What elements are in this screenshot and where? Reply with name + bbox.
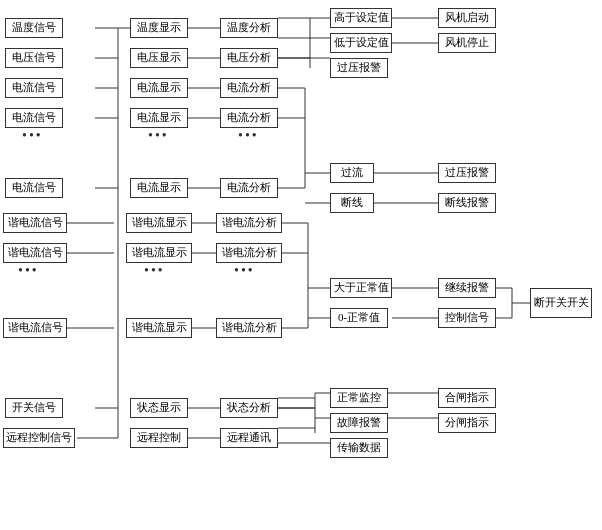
overvoltage-alarm: 过压报警 [330, 58, 388, 78]
dots-col2-current: ••• [148, 128, 169, 144]
current-analysis-2: 电流分析 [220, 108, 278, 128]
remote-control-signal: 远程控制信号 [3, 428, 75, 448]
current-analysis-3: 电流分析 [220, 178, 278, 198]
data-transfer: 传输数据 [330, 438, 388, 458]
current-display-3: 电流显示 [130, 178, 188, 198]
harmonic-analysis-3: 谐电流分析 [216, 318, 282, 338]
harmonic-signal-2: 谐电流信号 [3, 243, 67, 263]
harmonic-display-2: 谐电流显示 [126, 243, 192, 263]
above-setpoint: 高于设定值 [330, 8, 392, 28]
dots-col3-harmonic: ••• [234, 263, 255, 279]
status-analysis: 状态分析 [220, 398, 278, 418]
harmonic-display-3: 谐电流显示 [126, 318, 192, 338]
voltage-signal: 电压信号 [5, 48, 63, 68]
voltage-display: 电压显示 [130, 48, 188, 68]
current-display-1: 电流显示 [130, 78, 188, 98]
harmonic-signal-1: 谐电流信号 [3, 213, 67, 233]
current-analysis-1: 电流分析 [220, 78, 278, 98]
harmonic-display-1: 谐电流显示 [126, 213, 192, 233]
remote-comm: 远程通讯 [220, 428, 278, 448]
temp-signal: 温度信号 [5, 18, 63, 38]
control-signal: 控制信号 [438, 308, 496, 328]
switch-signal: 开关信号 [5, 398, 63, 418]
zero-normal: 0-正常值 [330, 308, 388, 328]
fan-stop: 风机停止 [438, 33, 496, 53]
fan-start: 风机启动 [438, 8, 496, 28]
broken-alarm: 断线报警 [438, 193, 496, 213]
breaker-switch: 断开关开关 [530, 288, 592, 318]
continue-alarm: 继续报警 [438, 278, 496, 298]
dots-col1-current: ••• [22, 128, 43, 144]
voltage-analysis: 电压分析 [220, 48, 278, 68]
dots-col3-current: ••• [238, 128, 259, 144]
dots-col2-harmonic: ••• [144, 263, 165, 279]
harmonic-signal-3: 谐电流信号 [3, 318, 67, 338]
current-signal-3: 电流信号 [5, 178, 63, 198]
current-display-2: 电流显示 [130, 108, 188, 128]
overcurrent-alarm: 过压报警 [438, 163, 496, 183]
temp-analysis: 温度分析 [220, 18, 278, 38]
harmonic-analysis-2: 谐电流分析 [216, 243, 282, 263]
remote-control-display: 远程控制 [130, 428, 188, 448]
status-display: 状态显示 [130, 398, 188, 418]
broken-line: 断线 [330, 193, 374, 213]
fault-alarm: 故障报警 [330, 413, 388, 433]
harmonic-analysis-1: 谐电流分析 [216, 213, 282, 233]
above-normal: 大于正常值 [330, 278, 392, 298]
below-setpoint: 低于设定值 [330, 33, 392, 53]
open-indicator: 分闸指示 [438, 413, 496, 433]
dots-col1-harmonic: ••• [18, 263, 39, 279]
overcurrent: 过流 [330, 163, 374, 183]
current-signal-2: 电流信号 [5, 108, 63, 128]
normal-monitor: 正常监控 [330, 388, 388, 408]
temp-display: 温度显示 [130, 18, 188, 38]
diagram: 温度信号 电压信号 电流信号 电流信号 电流信号 谐电流信号 谐电流信号 谐电流… [0, 0, 602, 530]
current-signal-1: 电流信号 [5, 78, 63, 98]
close-indicator: 合闸指示 [438, 388, 496, 408]
connection-lines [0, 0, 602, 530]
